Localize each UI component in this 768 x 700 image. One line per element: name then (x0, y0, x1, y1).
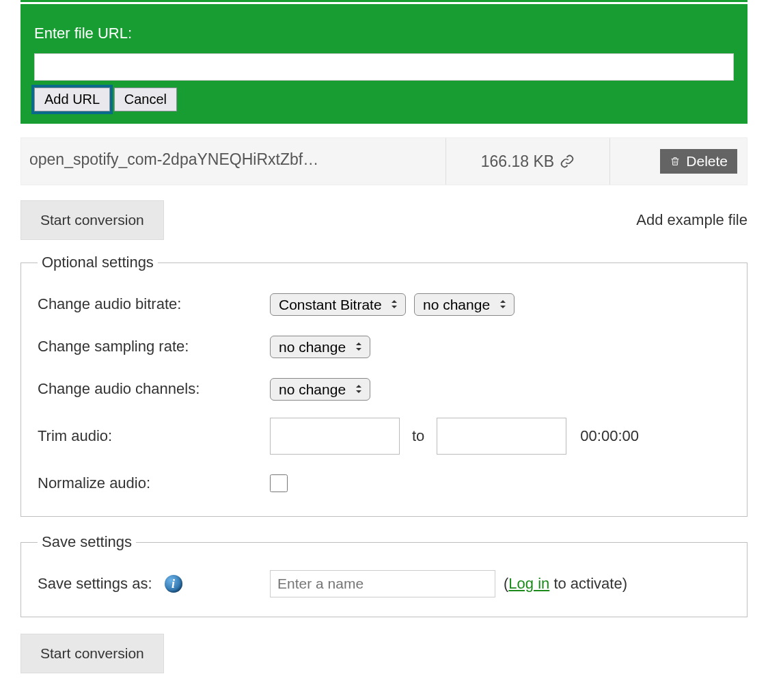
url-label: Enter file URL: (34, 25, 734, 42)
bitrate-row: Change audio bitrate: Constant Bitrate n… (38, 291, 730, 318)
trim-end-input[interactable] (437, 418, 566, 455)
url-input[interactable] (34, 53, 734, 81)
trash-icon (670, 155, 681, 167)
add-url-button[interactable]: Add URL (34, 88, 110, 111)
channels-row: Change audio channels: no change (38, 375, 730, 403)
start-conversion-button[interactable]: Start conversion (20, 200, 164, 240)
info-icon[interactable]: i (165, 575, 182, 593)
delete-button[interactable]: Delete (660, 149, 737, 174)
add-example-file-link[interactable]: Add example file (636, 211, 748, 229)
channels-label: Change audio channels: (38, 380, 270, 398)
action-row: Start conversion Add example file (20, 200, 748, 240)
cancel-button[interactable]: Cancel (114, 88, 177, 111)
login-link[interactable]: Log in (508, 575, 549, 592)
top-accent-bar (20, 0, 748, 2)
trim-label: Trim audio: (38, 427, 112, 445)
file-size-text: 166.18 KB (481, 152, 554, 171)
login-note: (Log in to activate) (504, 575, 627, 593)
normalize-checkbox[interactable] (270, 474, 288, 492)
sampling-row: Change sampling rate: no change (38, 333, 730, 360)
bitrate-value-select[interactable]: no change (414, 293, 515, 316)
trim-to-label: to (412, 427, 424, 445)
save-settings-legend: Save settings (38, 533, 136, 551)
normalize-row: Normalize audio: (38, 470, 730, 497)
file-size-cell: 166.18 KB (446, 138, 610, 185)
save-settings-fieldset: Save settings Save settings as: i (Log i… (20, 533, 748, 617)
trim-row: Trim audio: to 00:00:00 (38, 418, 730, 455)
bitrate-label: Change audio bitrate: (38, 295, 270, 313)
channels-select[interactable]: no change (270, 378, 370, 401)
normalize-label: Normalize audio: (38, 474, 270, 492)
sampling-label: Change sampling rate: (38, 338, 270, 355)
link-icon (560, 154, 575, 169)
file-row: open_spotify_com-2dpaYNEQHiRxtZbf… 166.1… (20, 137, 748, 185)
save-name-input[interactable] (270, 570, 495, 597)
save-row: Save settings as: i (Log in to activate) (38, 570, 730, 597)
delete-label: Delete (686, 153, 728, 170)
file-name: open_spotify_com-2dpaYNEQHiRxtZbf… (21, 138, 446, 185)
sampling-select[interactable]: no change (270, 336, 370, 358)
url-entry-panel: Enter file URL: Add URL Cancel (20, 4, 748, 124)
optional-settings-fieldset: Optional settings Change audio bitrate: … (20, 254, 748, 517)
save-label: Save settings as: (38, 575, 152, 593)
start-conversion-button-bottom[interactable]: Start conversion (20, 634, 164, 673)
bitrate-mode-select[interactable]: Constant Bitrate (270, 293, 406, 316)
file-actions: Delete (610, 138, 747, 185)
trim-duration: 00:00:00 (580, 427, 639, 445)
optional-settings-legend: Optional settings (38, 254, 158, 271)
trim-start-input[interactable] (270, 418, 400, 455)
